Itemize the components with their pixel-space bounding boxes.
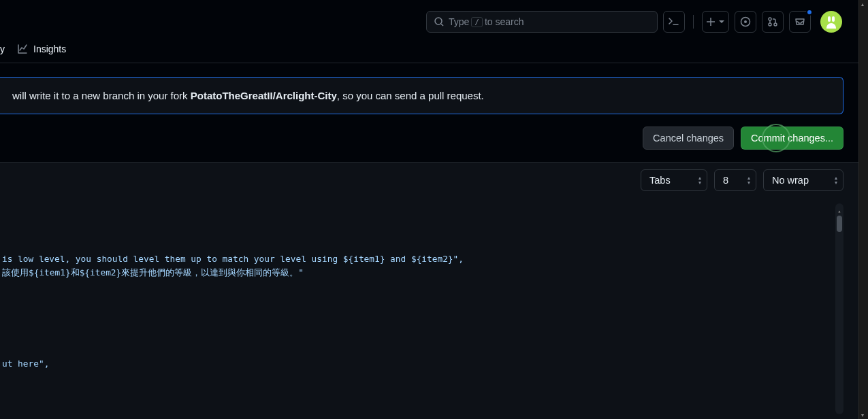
svg-point-6	[744, 20, 747, 23]
issues-button[interactable]	[735, 11, 756, 33]
svg-line-1	[441, 24, 443, 26]
graph-icon	[17, 44, 28, 54]
select-arrows-icon	[835, 176, 837, 185]
svg-point-8	[769, 23, 771, 26]
wrap-mode-select[interactable]: No wrap	[763, 169, 843, 191]
terminal-icon	[669, 16, 679, 27]
nav-tab-partial[interactable]: y	[0, 44, 5, 54]
commit-button[interactable]: Commit changes...	[741, 127, 843, 150]
caret-down-icon	[718, 18, 725, 25]
create-new-button[interactable]	[702, 11, 729, 33]
nav-tab-insights[interactable]: Insights	[17, 44, 66, 54]
search-shortcut-key: /	[471, 17, 483, 27]
code-editor[interactable]: is low level, you should level them up t…	[0, 198, 858, 419]
command-palette-button[interactable]	[663, 11, 685, 33]
search-input[interactable]: Type / to search	[426, 11, 658, 33]
pull-requests-button[interactable]	[762, 11, 784, 33]
page-scrollbar[interactable]: ▴ ▾	[858, 0, 868, 419]
select-arrows-icon	[698, 176, 701, 185]
svg-point-7	[769, 18, 771, 20]
search-icon	[434, 16, 445, 27]
nav-tab-label: Insights	[33, 44, 66, 54]
fork-info-banner: will write it to a new branch in your fo…	[0, 77, 843, 114]
divider	[693, 15, 694, 29]
editor-toolbar: Tabs 8 No wrap	[0, 162, 858, 198]
plus-icon	[706, 17, 716, 27]
inbox-icon	[794, 16, 805, 27]
pull-request-icon	[767, 16, 778, 27]
scroll-up-icon: ▴	[861, 1, 867, 7]
search-placeholder: Type / to search	[449, 16, 524, 27]
svg-point-0	[435, 18, 442, 24]
cancel-button[interactable]: Cancel changes	[643, 127, 734, 150]
repo-name: PotatoTheGreatII/Arclight-City	[191, 90, 337, 101]
editor-scrollbar[interactable]: ▴	[835, 203, 843, 414]
svg-point-9	[774, 23, 777, 26]
code-line: ut here",	[0, 357, 858, 371]
notification-indicator	[806, 9, 813, 16]
scrollbar-thumb[interactable]	[837, 216, 842, 232]
code-line: 該使用${item1}和${item2}來提升他們的等級，以達到與你相同的等級。…	[0, 266, 858, 280]
scroll-up-icon: ▴	[837, 205, 842, 210]
code-line: is low level, you should level them up t…	[0, 252, 858, 266]
indent-mode-select[interactable]: Tabs	[641, 169, 707, 191]
user-avatar[interactable]	[820, 11, 842, 33]
select-arrows-icon	[748, 176, 750, 185]
issue-icon	[740, 16, 751, 27]
scroll-down-icon: ▾	[861, 412, 867, 418]
indent-size-select[interactable]: 8	[714, 169, 756, 191]
